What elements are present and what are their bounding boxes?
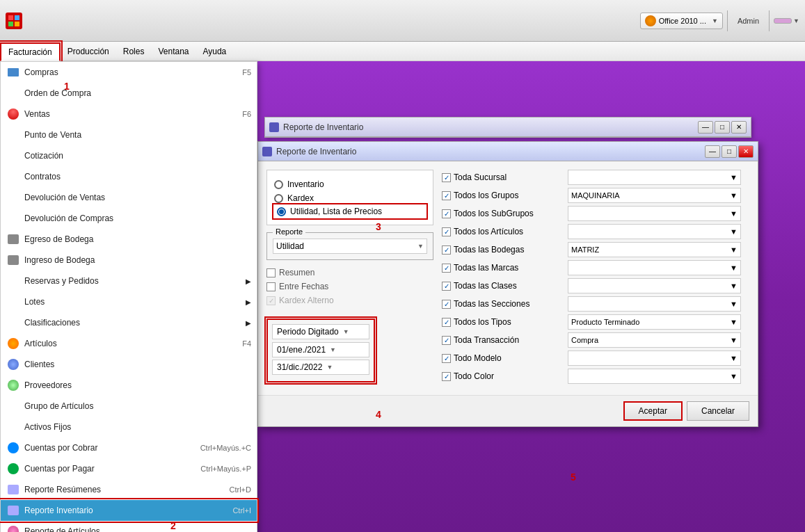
kardex-alterno-checkbox [266, 296, 276, 305]
menu-item-punto-venta[interactable]: Punto de Venta [1, 124, 257, 145]
fg-close-button[interactable]: ✕ [738, 145, 754, 158]
toda-sucursal-checkbox[interactable] [442, 173, 451, 182]
entre-fechas-checkbox[interactable] [266, 282, 276, 291]
user-button[interactable] [774, 18, 792, 24]
check-toda-sucursal[interactable]: Toda Sucursal [442, 172, 564, 182]
menu-roles[interactable]: Roles [116, 42, 152, 61]
menu-item-orden-compra[interactable]: Orden de Compra [1, 83, 257, 104]
menu-item-contratos[interactable]: Contratos [1, 166, 257, 187]
menu-item-reporte-resumenes[interactable]: Reporte Resúmenes Ctrl+D [1, 479, 257, 500]
label-num4: 4 [376, 409, 381, 420]
todas-marcas-checkbox[interactable] [442, 264, 451, 273]
radio-inventario-button[interactable] [274, 180, 283, 189]
check-todo-modelo[interactable]: Todo Modelo [442, 353, 564, 363]
check-todo-color[interactable]: Todo Color [442, 371, 564, 381]
menu-item-egreso-bodega[interactable]: Egreso de Bodega [1, 229, 257, 250]
date-to-selector[interactable]: 31/dic./2022 ▼ [272, 360, 369, 375]
menu-ventana[interactable]: Ventana [151, 42, 196, 61]
check-todos-tipos[interactable]: Todos los Tipos [442, 317, 564, 327]
todas-clases-checkbox[interactable] [442, 282, 451, 291]
menu-item-proveedores[interactable]: Proveedores [1, 375, 257, 396]
todos-subgrupos-checkbox[interactable] [442, 209, 451, 218]
todas-secciones-dropdown[interactable]: ▼ [568, 296, 741, 312]
todo-color-dropdown[interactable]: ▼ [568, 369, 741, 384]
menu-item-compras[interactable]: Compras F5 [1, 62, 257, 83]
check-todos-subgrupos[interactable]: Todos los SubGrupos [442, 209, 564, 218]
menu-item-ingreso-bodega[interactable]: Ingreso de Bodega [1, 250, 257, 271]
bg-dialog-title: Reporte de Inventario [283, 122, 696, 132]
reporte-res-icon [6, 483, 20, 497]
todas-secciones-checkbox[interactable] [442, 300, 451, 309]
todo-modelo-checkbox[interactable] [442, 354, 451, 363]
reporte-fieldset-legend: Reporte [273, 227, 305, 236]
todos-tipos-dropdown[interactable]: Producto Terminado ▼ [568, 314, 741, 330]
todos-grupos-checkbox[interactable] [442, 191, 451, 200]
fg-maximize-button[interactable]: □ [722, 145, 737, 158]
menu-item-cotizacion[interactable]: Cotización [1, 145, 257, 166]
radio-kardex[interactable]: Kardex [274, 191, 426, 205]
radio-utilidad[interactable]: Utilidad, Lista de Precios [274, 205, 426, 218]
toda-sucursal-dropdown[interactable]: ▼ [568, 170, 741, 185]
resumen-checkbox[interactable] [266, 268, 276, 277]
office-theme-button[interactable]: Office 2010 ... ▼ [640, 13, 723, 29]
fg-minimize-button[interactable]: — [705, 145, 720, 158]
radio-utilidad-button[interactable] [277, 207, 286, 216]
menu-item-devolucion-ventas[interactable]: Devolución de Ventas [1, 187, 257, 208]
todas-marcas-dropdown[interactable]: ▼ [568, 260, 741, 275]
office-icon [645, 15, 656, 26]
check-todas-marcas[interactable]: Todas las Marcas [442, 263, 564, 273]
menu-item-grupo-articulos[interactable]: Grupo de Artículos [1, 396, 257, 417]
menu-item-cuentas-pagar[interactable]: Cuentas por Pagar Ctrl+Mayús.+P [1, 458, 257, 479]
check-todas-bodegas[interactable]: Todas las Bodegas [442, 245, 564, 255]
menu-item-reservas[interactable]: Reservas y Pedidos ▶ [1, 271, 257, 291]
todos-grupos-dropdown[interactable]: MAQUINARIA ▼ [568, 188, 741, 203]
radio-kardex-button[interactable] [274, 194, 283, 203]
menu-item-lotes[interactable]: Lotes ▶ [1, 291, 257, 312]
menu-item-reporte-inventario[interactable]: Reporte Inventario Ctrl+I [1, 500, 257, 521]
bg-maximize-button[interactable]: □ [715, 121, 730, 134]
menu-item-cuentas-cobrar[interactable]: Cuentas por Cobrar Ctrl+Mayús.+C [1, 437, 257, 458]
accept-button[interactable]: Aceptar [623, 401, 683, 421]
menu-item-articulos[interactable]: Artículos F4 [1, 333, 257, 354]
menu-item-activos-fijos[interactable]: Activos Fijos [1, 417, 257, 437]
bg-minimize-button[interactable]: — [698, 121, 713, 134]
todos-tipos-checkbox[interactable] [442, 318, 451, 327]
empty-icon-10 [6, 399, 20, 413]
todo-modelo-dropdown[interactable]: ▼ [568, 350, 741, 366]
clientes-icon [6, 357, 20, 371]
date-from-selector[interactable]: 01/ene./2021 ▼ [272, 342, 369, 357]
check-todos-articulos[interactable]: Todos los Artículos [442, 227, 564, 236]
todos-subgrupos-dropdown[interactable]: ▼ [568, 206, 741, 221]
menu-item-clientes[interactable]: Clientes [1, 354, 257, 375]
empty-icon-2 [6, 128, 20, 142]
period-dropdown[interactable]: Periodo Digitado ▼ [272, 324, 369, 339]
todos-articulos-dropdown[interactable]: ▼ [568, 224, 741, 239]
menu-item-reporte-articulos[interactable]: Reporte de Artículos [1, 521, 257, 532]
dialog-title-icon [269, 122, 279, 132]
check-toda-transaccion[interactable]: Toda Transacción [442, 335, 564, 345]
todas-bodegas-checkbox[interactable] [442, 245, 451, 255]
menu-item-devolucion-compras[interactable]: Devolución de Compras [1, 208, 257, 229]
checkbox-entre-fechas[interactable]: Entre Fechas [266, 280, 433, 293]
bg-close-button[interactable]: ✕ [731, 121, 747, 134]
menu-item-ventas[interactable]: Ventas F6 [1, 104, 257, 124]
cancel-button[interactable]: Cancelar [687, 401, 749, 421]
todas-clases-dropdown[interactable]: ▼ [568, 278, 741, 293]
toda-transaccion-dropdown[interactable]: Compra ▼ [568, 332, 741, 348]
radio-kardex-label: Kardex [287, 193, 314, 203]
todos-articulos-checkbox[interactable] [442, 227, 451, 236]
menu-item-clasificaciones[interactable]: Clasificaciones ▶ [1, 312, 257, 333]
check-todos-grupos[interactable]: Todos los Grupos [442, 191, 564, 200]
report-type-radio-group: Inventario Kardex Utilidad, Lista de Pre… [266, 170, 433, 225]
todo-color-checkbox[interactable] [442, 372, 451, 381]
check-todas-secciones[interactable]: Todas las Secciones [442, 299, 564, 309]
menu-ayuda[interactable]: Ayuda [196, 42, 233, 61]
menu-produccion[interactable]: Producción [61, 42, 116, 61]
radio-inventario[interactable]: Inventario [274, 177, 426, 191]
reporte-dropdown[interactable]: Utilidad ▼ [273, 239, 427, 254]
menu-facturacion[interactable]: Facturación [0, 42, 61, 61]
checkbox-resumen[interactable]: Resumen [266, 266, 433, 280]
todas-bodegas-dropdown[interactable]: MATRIZ ▼ [568, 242, 741, 257]
check-todas-clases[interactable]: Todas las Clases [442, 281, 564, 291]
toda-transaccion-checkbox[interactable] [442, 336, 451, 345]
